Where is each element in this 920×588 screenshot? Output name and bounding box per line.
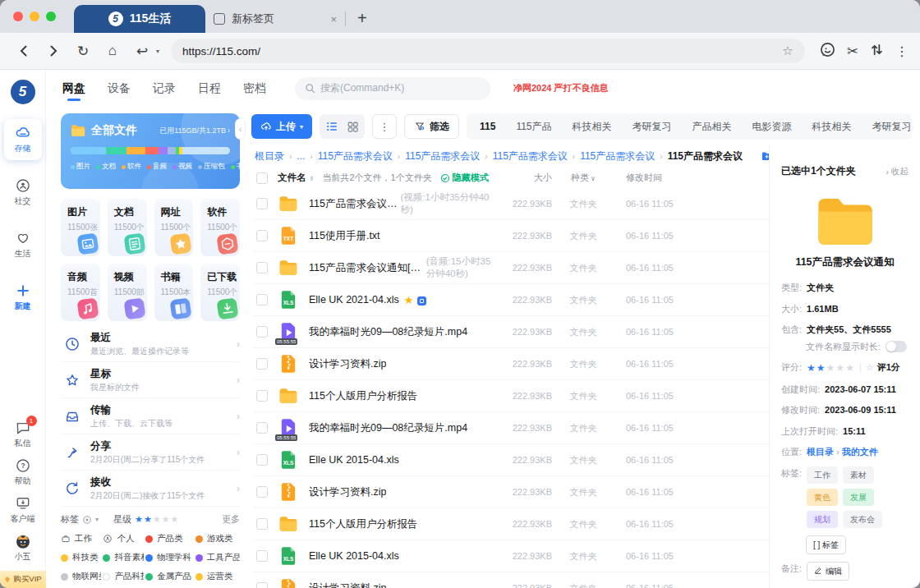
star-icon[interactable]: ★: [171, 514, 180, 524]
close-window-button[interactable]: [13, 11, 23, 21]
tag-item[interactable]: 金属产品: [145, 571, 194, 582]
history-back-menu-button[interactable]: ↩: [130, 39, 154, 63]
table-row[interactable]: 设计学习资料.zip 222.93KB 文件夹 06-16 11:05: [253, 476, 769, 508]
sort-extension-icon[interactable]: [870, 43, 884, 60]
sidebar-item-plus[interactable]: 新建: [4, 277, 42, 318]
tag-item[interactable]: 产品类: [145, 533, 194, 544]
detail-tag-chip[interactable]: 素材: [843, 466, 874, 484]
nav-tab-日程[interactable]: 日程: [198, 78, 221, 98]
115-logo[interactable]: 5: [11, 80, 35, 104]
tag-item[interactable]: 抖音素材: [103, 552, 143, 563]
star-icon[interactable]: ★: [845, 362, 855, 374]
detail-tag-chip[interactable]: 发布会: [843, 511, 882, 528]
rating-stars[interactable]: ★★★★★: [807, 361, 855, 375]
duration-toggle[interactable]: [886, 341, 907, 352]
table-row[interactable]: 115产品需求会议通知[附与会人员信息表](音频:15小时35分钟40秒) 22…: [253, 252, 769, 284]
tag-item[interactable]: 工具产品: [196, 552, 240, 563]
detail-tag-chip[interactable]: 工作: [807, 466, 838, 484]
home-button[interactable]: ⌂: [100, 39, 125, 63]
star-icon[interactable]: ★: [135, 514, 144, 524]
nav-tab-记录[interactable]: 记录: [153, 78, 176, 98]
tag-item[interactable]: 工作: [61, 533, 101, 544]
row-checkbox[interactable]: [256, 550, 268, 562]
hidden-mode-toggle[interactable]: 隐藏模式: [440, 172, 489, 184]
browser-tab-inactive[interactable]: 新标签页 ×: [205, 5, 345, 33]
search-input[interactable]: 搜索(Command+K): [295, 77, 490, 100]
breadcrumb-item[interactable]: 115产品需求会议: [493, 149, 568, 163]
file-name[interactable]: 115产品需求会议通知[附与会人员信息表]: [309, 261, 423, 275]
tags-title[interactable]: 标签: [61, 513, 79, 526]
new-folder-button[interactable]: 新建文件夹: [761, 149, 769, 163]
shortcut-receive[interactable]: 接收2月20日(周二)接收了115个文件 ›: [61, 471, 240, 507]
rail-item-message[interactable]: 1 私信: [15, 420, 31, 449]
close-tab-icon[interactable]: ×: [330, 13, 337, 25]
collapse-panel-button[interactable]: ›收起: [886, 166, 909, 177]
address-bar[interactable]: https://115.com/ ☆: [171, 39, 805, 63]
shortcut-clock[interactable]: 最近最近浏览、最近操作记录等 ›: [61, 326, 240, 362]
storage-usage[interactable]: 已用115GB/共1.2TB›: [159, 126, 230, 136]
sort-icon[interactable]: ▲▼: [310, 175, 315, 181]
sidebar-collapse-handle[interactable]: ‹: [235, 118, 246, 140]
detail-tag-chip[interactable]: 黄色: [807, 489, 838, 506]
tags-more-link[interactable]: 更多: [222, 513, 240, 526]
category-download[interactable]: 已下载 11500个: [200, 264, 240, 321]
eye-icon[interactable]: [82, 515, 92, 525]
star-icon[interactable]: ★: [807, 362, 816, 374]
star-icon[interactable]: ★: [153, 514, 162, 524]
tag-item[interactable]: 游戏类: [196, 533, 240, 544]
buy-vip-button[interactable]: 购买VIP: [0, 571, 46, 588]
breadcrumb-item[interactable]: ...: [297, 150, 305, 162]
row-checkbox[interactable]: [256, 294, 268, 305]
column-name[interactable]: 文件名: [278, 172, 306, 184]
row-checkbox[interactable]: [256, 326, 268, 338]
shortcut-share[interactable]: 分享2月20日(周二)分享了115个文件 ›: [61, 434, 240, 471]
list-view-icon[interactable]: [325, 120, 338, 133]
table-row[interactable]: 115个人版用户分析报告 222.93KB 文件夹 06-16 11:05: [253, 508, 769, 540]
star-icon[interactable]: ★: [144, 514, 153, 524]
reload-button[interactable]: ↻: [71, 39, 95, 63]
breadcrumb-item[interactable]: 根目录: [255, 149, 284, 163]
table-row[interactable]: XLS Elle UK 2015-04.xls 222.93KB 文件夹 06-…: [253, 540, 769, 572]
column-kind[interactable]: 种类∨: [552, 172, 614, 184]
row-checkbox[interactable]: [256, 230, 268, 241]
file-name[interactable]: 115产品需求会议通知: [309, 197, 397, 211]
nav-tab-设备[interactable]: 设备: [108, 78, 131, 98]
detail-tag-chip[interactable]: 规划: [807, 511, 838, 528]
file-name[interactable]: 我的幸福时光09—08纪录短片.mp4: [309, 325, 467, 339]
zoom-window-button[interactable]: [46, 11, 56, 21]
category-book[interactable]: 书籍 11500本: [154, 264, 194, 321]
column-modified[interactable]: 修改时间: [614, 172, 690, 184]
grid-view-icon[interactable]: [347, 121, 359, 133]
folder-tab[interactable]: 考研复习: [872, 120, 912, 134]
rail-item-mascot[interactable]: 小五: [15, 533, 31, 563]
row-checkbox[interactable]: [256, 262, 268, 273]
shortcut-tray[interactable]: 传输上传、下载、云下载等 ›: [61, 398, 240, 434]
view-toggle[interactable]: [320, 114, 365, 139]
star-icon[interactable]: ★: [816, 362, 826, 374]
row-checkbox[interactable]: [256, 486, 268, 498]
new-tab-button[interactable]: +: [349, 9, 375, 28]
tag-item[interactable]: 物联网类: [61, 571, 101, 582]
table-row[interactable]: XLS Elle UK 2015-04.xls 222.93KB 文件夹 06-…: [253, 444, 769, 476]
row-checkbox[interactable]: [256, 390, 268, 402]
breadcrumb-item[interactable]: 115产品需求会议: [318, 149, 393, 163]
row-checkbox[interactable]: [256, 454, 268, 466]
table-row[interactable]: XLS Elle UK 2021-04.xls★ 222.93KB 文件夹 06…: [253, 284, 769, 316]
file-name[interactable]: 我的幸福时光09—08纪录短片.mp4: [309, 421, 467, 435]
all-files-card[interactable]: 全部文件 已用115GB/共1.2TB› 图片文档软件音频视频压缩包书籍其它: [61, 113, 240, 189]
file-name[interactable]: 115个人版用户分析报告: [309, 517, 417, 531]
forward-button[interactable]: [41, 39, 66, 63]
column-size[interactable]: 大小: [491, 172, 552, 184]
rate-action[interactable]: 评1分: [877, 361, 900, 374]
browser-menu-icon[interactable]: ⋮: [895, 44, 908, 59]
tag-item[interactable]: 物理学科: [145, 552, 194, 563]
nav-tab-网盘[interactable]: 网盘: [62, 78, 85, 98]
nav-tab-密档[interactable]: 密档: [243, 78, 266, 98]
sidebar-item-cloud[interactable]: 存储: [4, 119, 42, 160]
row-checkbox[interactable]: [256, 582, 268, 588]
chevron-down-icon[interactable]: ▾: [95, 516, 99, 523]
file-name[interactable]: Elle UK 2015-04.xls: [309, 454, 399, 466]
detail-tag-chip[interactable]: 发展: [843, 489, 874, 506]
upload-button[interactable]: 上传 ▾: [251, 114, 312, 139]
file-name[interactable]: 设计学习资料.zip: [309, 485, 386, 499]
